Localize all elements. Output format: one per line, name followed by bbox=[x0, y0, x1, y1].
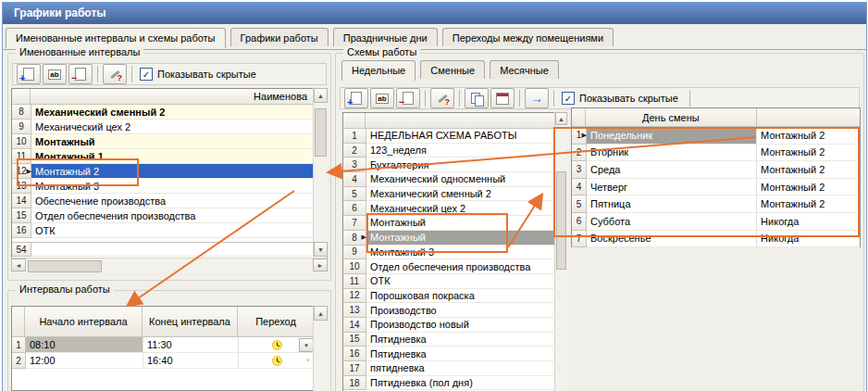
scheme-name[interactable]: Монтажный bbox=[366, 231, 566, 246]
weekly-scheme-row[interactable]: 1▶ НЕДЕЛЬНАЯ СХЕМА РАБОТЫ bbox=[343, 129, 566, 144]
day-interval-cell[interactable]: Монтажный 2 bbox=[757, 145, 860, 162]
day-name-cell[interactable]: Воскресенье bbox=[587, 231, 757, 248]
named-interval-row[interactable]: 13▶ Монтажный 3 bbox=[12, 179, 327, 194]
day-interval-cell[interactable]: Никогда bbox=[757, 231, 860, 248]
weekly-scheme-row[interactable]: 12▶ Порошковая покраска bbox=[343, 289, 566, 304]
day-interval-cell[interactable]: Монтажный 2 bbox=[757, 179, 860, 196]
start-column-header[interactable]: Начало интервала bbox=[25, 307, 143, 337]
interval-name[interactable]: Механический сменный 2 bbox=[31, 105, 327, 120]
scheme-name[interactable]: Производство новый bbox=[366, 318, 566, 333]
weekly-scheme-row[interactable]: 4▶ Механический односменный bbox=[343, 172, 566, 187]
weekly-scheme-row[interactable]: 11▶ ОТК bbox=[343, 274, 566, 289]
weekly-scheme-row[interactable]: 10▶ Отдел обеспечения производства bbox=[343, 259, 566, 274]
horizontal-scrollbar[interactable]: ◄ ► bbox=[11, 258, 328, 271]
day-interval-cell[interactable]: Монтажный 2 bbox=[757, 161, 860, 179]
interval-end-cell[interactable]: 11:30 bbox=[143, 337, 239, 353]
scroll-left-icon[interactable]: ◄ bbox=[11, 259, 26, 271]
day-name-cell[interactable]: Суббота bbox=[587, 213, 757, 231]
scroll-right-icon[interactable]: ► bbox=[313, 259, 328, 271]
scheme-name[interactable]: Порошковая покраска bbox=[366, 289, 566, 304]
end-column-header[interactable]: Конец интервала bbox=[143, 307, 238, 337]
transition-cell[interactable]: ▼ ▼ bbox=[239, 353, 316, 369]
interval-name[interactable]: Отдел обеспечения производства bbox=[31, 208, 327, 223]
vertical-scrollbar[interactable]: ▲ ▼ bbox=[313, 88, 328, 257]
scroll-up-icon[interactable]: ▲ bbox=[314, 306, 328, 321]
weekly-scheme-row[interactable]: 16▶ Пятидневка bbox=[343, 347, 566, 361]
weekly-scheme-row[interactable]: 18▶ Пятидневка (пол дня) bbox=[343, 376, 566, 391]
add-button[interactable]: + bbox=[17, 64, 41, 84]
scheme-name[interactable]: пятидневка bbox=[366, 361, 566, 376]
scheme-name[interactable]: Бухгалтерия bbox=[366, 158, 566, 172]
day-name-cell[interactable]: Четверг bbox=[587, 179, 757, 196]
weekly-scheme-row[interactable]: 15▶ Пятидневка bbox=[343, 333, 566, 347]
export-table-button[interactable] bbox=[490, 88, 515, 108]
scrollbar-thumb[interactable] bbox=[28, 260, 102, 272]
named-interval-row[interactable]: 14▶ Обеспечение производства bbox=[12, 194, 327, 208]
shift-day-row[interactable]: 5▶ Пятница Монтажный 2 bbox=[572, 196, 860, 213]
copy-button[interactable] bbox=[465, 88, 489, 108]
work-interval-row[interactable]: 1 08:10 11:30 ▼ ▼ bbox=[12, 337, 327, 353]
weekly-scheme-row[interactable]: 5▶ Механический сменный 2 bbox=[343, 187, 566, 202]
scroll-up-icon[interactable]: ▲ bbox=[555, 112, 567, 125]
delete-button[interactable]: − bbox=[396, 88, 420, 108]
scheme-name[interactable]: Отдел обеспечения производства bbox=[366, 259, 566, 274]
interval-start-cell[interactable]: 12:00 bbox=[26, 353, 143, 369]
work-interval-row[interactable]: 2 12:00 16:40 ▼ ▼ bbox=[12, 353, 327, 369]
day-name-cell[interactable]: Среда bbox=[587, 161, 757, 179]
shift-day-row[interactable]: 2▶ Вторник Монтажный 2 bbox=[572, 145, 860, 162]
vertical-scrollbar[interactable]: ▲ bbox=[313, 306, 328, 391]
tab-weekly[interactable]: Недельные bbox=[341, 60, 415, 81]
scheme-name[interactable]: Пятидневка (пол дня) bbox=[366, 376, 566, 391]
scheme-name[interactable]: Монтажный 3 bbox=[366, 246, 566, 260]
named-interval-row[interactable]: 16▶ ОТК bbox=[12, 223, 327, 238]
named-interval-row[interactable]: 8▶ Механический сменный 2 bbox=[12, 105, 327, 120]
tab-holidays[interactable]: Праздничные дни bbox=[333, 28, 438, 46]
weekly-scheme-row[interactable]: 13▶ Производство bbox=[343, 303, 566, 318]
scheme-name[interactable]: Пятидневка bbox=[366, 333, 566, 347]
scheme-name[interactable]: Пятидневка bbox=[366, 347, 566, 361]
named-interval-row[interactable]: 11▶ Монтажный 1 bbox=[12, 149, 327, 164]
name-column-header[interactable] bbox=[366, 113, 566, 129]
scheme-name[interactable]: Механический сменный 2 bbox=[366, 187, 566, 202]
tab-shift[interactable]: Сменные bbox=[420, 60, 485, 79]
scheme-name[interactable]: 123_неделя bbox=[366, 144, 566, 158]
interval-end-cell[interactable]: 16:40 bbox=[143, 353, 239, 369]
day-column-header[interactable]: День смены bbox=[586, 108, 757, 127]
weekly-scheme-row[interactable]: 7▶ Монтажный bbox=[343, 216, 566, 231]
day-name-cell[interactable]: Пятница bbox=[587, 196, 757, 213]
rename-button[interactable]: ab bbox=[370, 88, 394, 108]
weekly-scheme-row[interactable]: 8▶ Монтажный bbox=[343, 231, 566, 246]
scheme-name[interactable]: Производство bbox=[366, 303, 566, 318]
scheme-name[interactable]: Монтажный bbox=[366, 216, 566, 231]
show-hidden-checkbox[interactable]: ✓ Показывать скрытые bbox=[562, 92, 678, 105]
weekly-scheme-row[interactable]: 6▶ Механический цех 2 bbox=[343, 201, 566, 216]
interval-name[interactable]: Обеспечение производства bbox=[31, 194, 327, 208]
weekly-scheme-row[interactable]: 2▶ 123_неделя bbox=[343, 144, 566, 158]
weekly-scheme-row[interactable]: 14▶ Производство новый bbox=[343, 318, 566, 333]
shift-day-row[interactable]: 1▶ Понедельник Монтажный 2 bbox=[572, 127, 860, 145]
shift-day-row[interactable]: 6▶ Суббота Никогда bbox=[572, 213, 860, 231]
weekly-scheme-row[interactable]: 17▶ пятидневка bbox=[343, 361, 566, 376]
scroll-up-icon[interactable]: ▲ bbox=[314, 88, 328, 103]
name-column-header[interactable]: Наименова bbox=[31, 89, 327, 105]
dropdown-button[interactable]: ▼ bbox=[299, 338, 314, 352]
day-interval-cell[interactable]: Монтажный 2 bbox=[757, 196, 860, 213]
interval-name[interactable]: Монтажный 1 bbox=[31, 149, 327, 164]
named-interval-row[interactable]: 12▶ Монтажный 2 bbox=[12, 164, 327, 179]
vertical-scrollbar[interactable]: ▲ bbox=[554, 112, 567, 391]
day-interval-cell[interactable]: Никогда bbox=[757, 213, 860, 231]
scheme-name[interactable]: НЕДЕЛЬНАЯ СХЕМА РАБОТЫ bbox=[366, 129, 566, 144]
corner-header[interactable] bbox=[343, 113, 366, 129]
corner-header[interactable] bbox=[572, 108, 586, 127]
interval-name[interactable]: Монтажный bbox=[31, 134, 327, 149]
transition-column-header[interactable]: Переход bbox=[238, 307, 315, 337]
add-button[interactable]: + bbox=[344, 88, 368, 108]
interval-name[interactable]: Механический цех 2 bbox=[31, 120, 327, 134]
transition-cell[interactable]: ▼ ▼ bbox=[239, 337, 316, 353]
corner-header[interactable] bbox=[12, 307, 25, 337]
tab-monthly[interactable]: Месячные bbox=[490, 60, 559, 79]
interval-name[interactable]: Монтажный 3 bbox=[31, 179, 327, 194]
empty-name-cell[interactable] bbox=[31, 243, 327, 257]
named-interval-row[interactable]: 10▶ Монтажный bbox=[12, 134, 327, 149]
rename-button[interactable]: ab bbox=[43, 64, 67, 84]
